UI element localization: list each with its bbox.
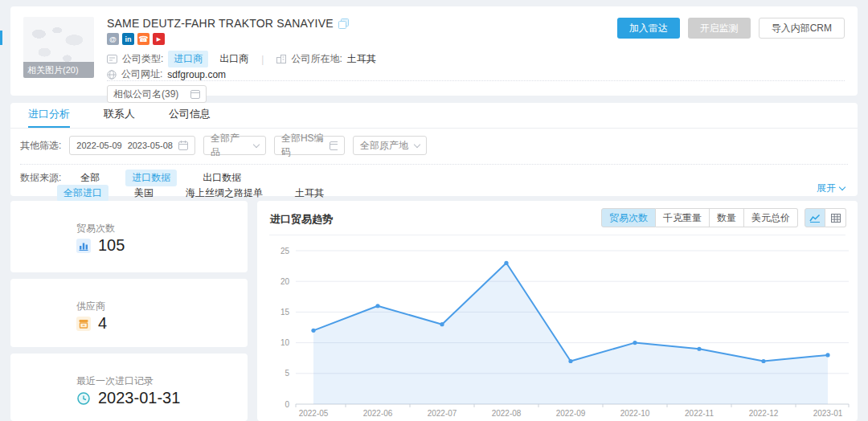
stat-value: 4 [98,314,107,333]
data-source-import[interactable]: 进口数据 [125,170,177,186]
date-start-value: 2022-05-09 [76,141,121,150]
metric-trade-count-button[interactable]: 贸易次数 [601,208,656,227]
at-icon[interactable]: @ [107,33,119,45]
x-tick-label: 2022-09 [556,409,586,418]
y-tick-label: 20 [280,277,290,286]
import-crm-button[interactable]: 导入内部CRM [759,18,845,39]
stat-card-suppliers: 供应商 4 [10,279,248,347]
y-tick-label: 10 [280,338,290,347]
chart-point[interactable] [825,353,829,357]
panel-icon [190,90,200,99]
panel-icon [330,141,338,150]
view-toggle-group [805,208,846,227]
header-action-buttons: 加入雷达 开启监测 导入内部CRM [617,18,845,39]
building-icon [276,55,286,63]
metric-button-group: 贸易次数 千克重量 数量 美元总价 [601,208,798,227]
stat-label: 最近一次进口记录 [76,374,154,388]
website-value[interactable]: sdfgroup.com [167,69,226,80]
data-source-export[interactable]: 出口数据 [196,170,248,186]
chart-point[interactable] [697,347,701,351]
calendar-icon [178,141,188,150]
y-tick-label: 25 [280,247,290,255]
sub-source-all-import[interactable]: 全部进口 [57,185,108,202]
tab-divider [10,128,858,129]
chart-point[interactable] [633,341,637,345]
x-tick-label: 2022-05 [299,409,329,418]
x-tick-label: 2022-11 [685,409,714,418]
company-related-images[interactable]: 相关图片(20) [23,17,94,78]
metric-quantity-button[interactable]: 数量 [710,208,744,227]
chart-point[interactable] [504,261,508,265]
origin-select-value: 全部原产地 [360,139,408,153]
chart-point[interactable] [761,359,765,363]
copy-icon[interactable] [338,18,349,29]
tab-bar: 进口分析 联系人 公司信息 [28,103,211,128]
meta-separator: | [261,54,264,65]
chart-area-fill [313,263,828,404]
similar-companies-label: 相似公司名(39) [113,88,178,101]
add-radar-button[interactable]: 加入雷达 [617,18,680,39]
metric-kg-weight-button[interactable]: 千克重量 [656,208,710,227]
chart-point[interactable] [311,329,315,333]
location-value: 土耳其 [347,52,376,66]
tab-contacts[interactable]: 联系人 [104,103,135,128]
bar-chart-icon [76,239,91,253]
chart-point[interactable] [440,322,444,326]
company-type-label: 公司类型: [122,52,163,66]
sub-source-usa[interactable]: 美国 [128,185,160,202]
start-monitor-button[interactable]: 开启监测 [688,18,751,39]
page-edge-indicator [0,31,2,45]
sub-source-maritime-silk-road[interactable]: 海上丝绸之路提单 [179,185,269,202]
product-select[interactable]: 全部产品 [203,136,266,155]
date-end-value: 2023-05-08 [128,141,173,150]
clock-icon [76,391,91,406]
phone-icon[interactable]: ☎ [137,33,149,45]
y-tick-label: 0 [285,400,289,409]
data-source-sub-row: 全部进口 美国 海上丝绸之路提单 土耳其 [57,185,350,202]
location-label: 公司所在地: [291,52,342,66]
chevron-down-icon [253,141,260,147]
chart-point[interactable] [568,359,572,363]
tab-import-analysis[interactable]: 进口分析 [28,103,70,128]
table-view-button[interactable] [825,208,846,227]
expand-label: 展开 [817,182,836,195]
chevron-down-icon [839,184,845,190]
x-tick-label: 2022-10 [620,409,650,418]
hs-code-select[interactable]: 全部HS编码 [274,136,345,155]
linkedin-icon[interactable]: in [122,33,134,45]
stat-label: 贸易次数 [76,222,115,235]
company-website-row: 公司网址: sdfgroup.com [107,67,226,81]
data-source-all[interactable]: 全部 [74,170,106,186]
data-source-row: 数据来源: 全部 进口数据 出口数据 [20,170,267,186]
id-card-icon [107,55,117,63]
expand-toggle[interactable]: 展开 [817,182,845,195]
hs-code-value: 全部HS编码 [281,132,324,159]
x-tick-label: 2022-07 [428,409,457,418]
sub-source-turkey[interactable]: 土耳其 [289,185,330,202]
stat-card-trade-count: 贸易次数 105 [10,201,248,272]
stat-card-last-import: 最近一次进口记录 2023-01-31 [10,354,248,421]
date-range-picker[interactable]: 2022-05-09 2023-05-08 [69,136,195,155]
header-dotted-divider [107,80,845,81]
y-tick-label: 5 [285,369,289,378]
tab-company-info[interactable]: 公司信息 [169,103,211,128]
filter-dotted-divider [20,164,848,165]
youtube-icon[interactable]: ▶ [153,33,165,45]
chart-header-divider [269,235,845,235]
metric-usd-total-button[interactable]: 美元总价 [744,208,798,227]
x-tick-label: 2022-08 [492,409,522,418]
chart-title: 进口贸易趋势 [270,212,333,227]
data-source-label: 数据来源: [20,171,61,185]
line-chart-view-button[interactable] [805,208,825,227]
origin-select[interactable]: 全部原产地 [353,136,427,155]
website-label: 公司网址: [121,67,162,81]
stat-value: 105 [98,236,125,255]
importer-tag[interactable]: 进口商 [168,51,208,67]
exporter-tag[interactable]: 出口商 [219,52,248,66]
y-tick-label: 15 [280,308,290,317]
chart-point[interactable] [375,304,379,308]
company-type-row: 公司类型: 进口商 出口商 | 公司所在地: 土耳其 [107,51,376,67]
trend-chart-svg[interactable]: 05101520252022-052022-062022-072022-0820… [265,239,852,418]
analysis-panel-card: 进口分析 联系人 公司信息 其他筛选: 2022-05-09 2023-05-0… [10,103,858,196]
similar-companies-dropdown[interactable]: 相似公司名(39) [107,85,207,103]
